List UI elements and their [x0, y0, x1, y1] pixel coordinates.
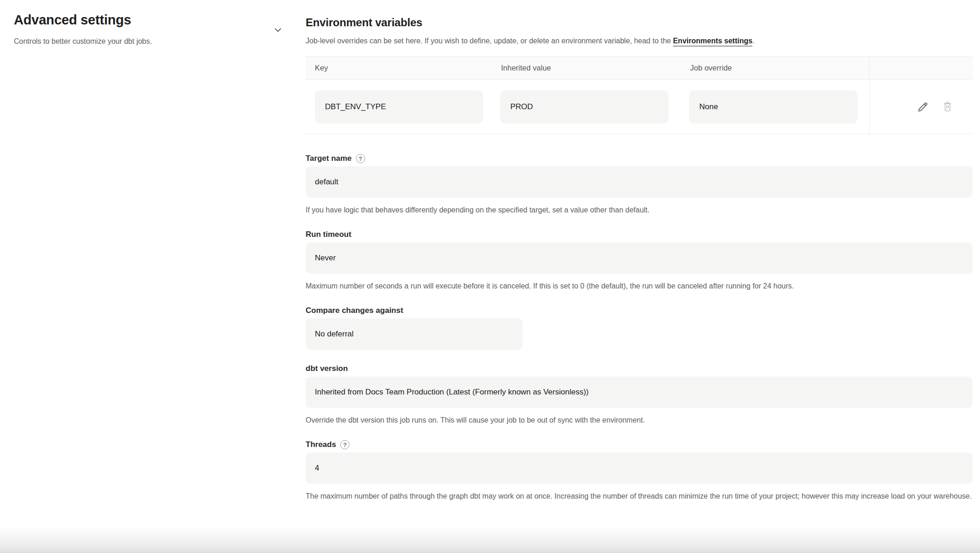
column-header-job-override: Job override — [680, 64, 869, 72]
compare-changes-label: Compare changes against — [306, 306, 403, 316]
run-timeout-label: Run timeout — [306, 229, 351, 240]
advanced-settings-panel-header: Advanced settings Controls to better cus… — [14, 12, 272, 47]
dbt-version-label-row: dbt version — [306, 364, 973, 374]
edit-env-var-button[interactable] — [916, 100, 929, 113]
delete-env-var-button[interactable] — [942, 100, 953, 113]
column-header-inherited-value: Inherited value — [491, 64, 680, 72]
run-timeout-help-text: Maximum number of seconds a run will exe… — [306, 280, 973, 293]
env-var-inherited-cell: PROD — [491, 90, 680, 124]
pencil-icon — [916, 100, 929, 113]
bottom-scroll-fade — [0, 526, 980, 553]
env-var-inherited-value: PROD — [500, 90, 668, 124]
env-vars-description-text: Job-level overrides can be set here. If … — [306, 37, 673, 45]
target-name-help-icon[interactable]: ? — [356, 154, 365, 163]
dbt-version-help-text: Override the dbt version this job runs o… — [306, 414, 973, 427]
env-vars-table: Key Inherited value Job override DBT_ENV… — [306, 56, 973, 134]
run-timeout-input[interactable] — [306, 242, 973, 274]
column-header-actions — [869, 57, 973, 79]
threads-label-row: Threads ? — [306, 440, 973, 450]
env-vars-table-header: Key Inherited value Job override — [306, 57, 973, 80]
env-vars-heading: Environment variables — [306, 15, 973, 29]
target-name-label-row: Target name ? — [306, 153, 973, 164]
env-var-override-value: None — [689, 90, 857, 124]
page-title: Advanced settings — [14, 12, 272, 28]
target-name-label: Target name — [306, 153, 352, 164]
env-var-actions-cell — [869, 80, 973, 134]
environments-settings-link[interactable]: Environments settings — [673, 37, 752, 45]
advanced-settings-content: Environment variables Job-level override… — [306, 0, 973, 503]
compare-changes-input[interactable] — [306, 318, 523, 350]
column-header-key: Key — [306, 64, 491, 72]
threads-help-icon[interactable]: ? — [340, 440, 349, 449]
env-var-override-cell: None — [680, 90, 869, 124]
dbt-version-label: dbt version — [306, 364, 348, 374]
env-vars-description-period: . — [752, 37, 754, 45]
env-var-key-cell: DBT_ENV_TYPE — [306, 90, 491, 124]
chevron-down-icon — [273, 25, 283, 35]
trash-icon — [942, 100, 953, 113]
threads-input[interactable] — [306, 453, 973, 484]
threads-label: Threads — [306, 440, 336, 450]
table-row: DBT_ENV_TYPE PROD None — [306, 80, 973, 134]
run-timeout-label-row: Run timeout — [306, 229, 973, 240]
env-var-key-value: DBT_ENV_TYPE — [315, 90, 483, 124]
threads-help-text: The maximum number of paths through the … — [306, 490, 973, 503]
env-vars-description: Job-level overrides can be set here. If … — [306, 35, 973, 47]
target-name-input[interactable] — [306, 166, 973, 198]
compare-changes-label-row: Compare changes against — [306, 306, 973, 316]
page-subtitle: Controls to better customize your dbt jo… — [14, 36, 272, 47]
target-name-help-text: If you have logic that behaves different… — [306, 204, 973, 217]
collapse-section-button[interactable] — [272, 24, 284, 36]
dbt-version-input[interactable] — [306, 377, 973, 408]
